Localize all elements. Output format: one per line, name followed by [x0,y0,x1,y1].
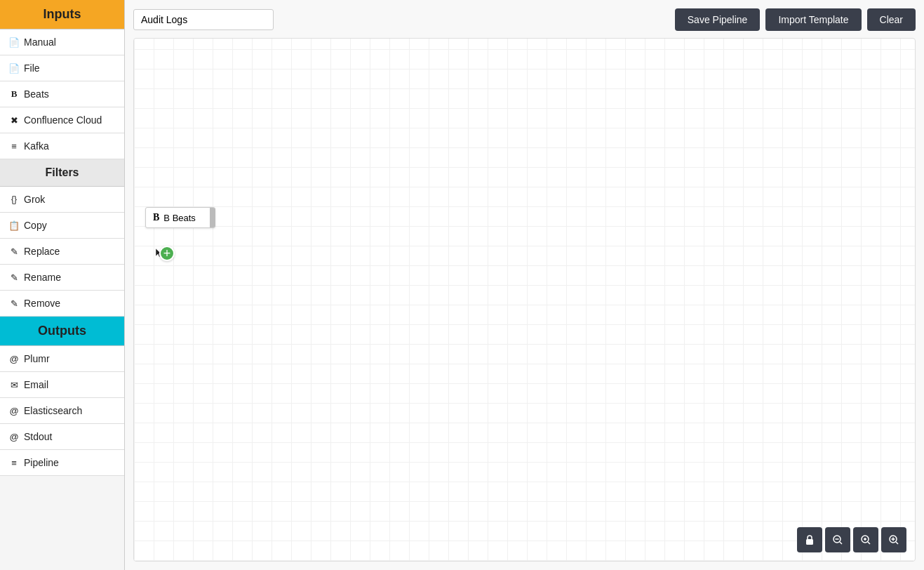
add-node-button[interactable]: + [159,246,175,261]
sidebar-item-manual-label: Manual [24,37,56,48]
outputs-header: Outputs [0,317,124,346]
elasticsearch-icon: @ [8,406,20,416]
pipeline-name-input[interactable] [133,9,274,30]
replace-icon: ✎ [8,246,20,257]
plumr-icon: @ [8,354,20,364]
sidebar-item-grok[interactable]: {} Grok [0,187,124,213]
sidebar-item-confluence[interactable]: ✖ Confluence Cloud [0,107,124,133]
lock-icon [804,534,815,545]
import-template-button[interactable]: Import Template [765,8,861,31]
sidebar-item-plumr-label: Plumr [24,353,50,364]
sidebar-item-manual[interactable]: 📄 Manual [0,29,124,55]
sidebar-item-pipeline[interactable]: ≡ Pipeline [0,450,124,476]
remove-icon: ✎ [8,298,20,309]
sidebar-item-copy[interactable]: 📋 Copy [0,213,124,239]
beats-node-label: B Beats [163,213,196,223]
sidebar-item-replace[interactable]: ✎ Replace [0,239,124,265]
sidebar-item-replace-label: Replace [24,246,60,257]
sidebar-item-stdout[interactable]: @ Stdout [0,424,124,450]
sidebar-item-rename-label: Rename [24,272,61,283]
zoom-in-button[interactable] [881,527,906,552]
sidebar-item-plumr[interactable]: @ Plumr [0,346,124,372]
zoom-out-button[interactable] [825,527,850,552]
zoom-in-icon [888,534,899,545]
lock-button[interactable] [797,527,822,552]
svg-rect-0 [806,539,813,545]
sidebar-item-pipeline-label: Pipeline [24,457,59,468]
save-pipeline-button[interactable]: Save Pipeline [675,8,761,31]
sidebar-item-grok-label: Grok [24,194,45,205]
sidebar-item-file[interactable]: 📄 File [0,55,124,81]
stdout-icon: @ [8,432,20,442]
sidebar: Inputs 📄 Manual 📄 File B Beats ✖ Conflue… [0,0,125,570]
grok-icon: {} [8,194,20,204]
zoom-out-icon [832,534,843,545]
sidebar-item-email-label: Email [24,379,48,390]
clear-button[interactable]: Clear [867,8,916,31]
sidebar-item-stdout-label: Stdout [24,431,52,442]
confluence-icon: ✖ [8,115,20,126]
sidebar-item-remove-label: Remove [24,298,60,309]
sidebar-item-confluence-label: Confluence Cloud [24,114,102,126]
sidebar-item-beats-label: Beats [24,88,49,100]
pipeline-icon: ≡ [8,458,20,468]
sidebar-item-rename[interactable]: ✎ Rename [0,265,124,291]
sidebar-item-elasticsearch-label: Elasticsearch [24,405,82,416]
beats-node-drag-handle[interactable] [210,208,215,227]
sidebar-item-file-label: File [24,62,40,74]
main-area: Save Pipeline Import Template Clear B B … [125,0,924,570]
sidebar-item-copy-label: Copy [24,220,47,231]
zoom-reset-icon [860,534,871,545]
canvas-toolbar [797,527,906,552]
inputs-header: Inputs [0,0,124,29]
rename-icon: ✎ [8,272,20,283]
svg-line-5 [868,542,870,544]
email-icon: ✉ [8,380,20,390]
beats-node-b-icon: B [153,212,159,223]
kafka-icon: ≡ [8,141,20,152]
beats-node[interactable]: B B Beats [145,207,215,228]
sidebar-item-beats[interactable]: B Beats [0,81,124,107]
beats-icon: B [8,88,20,100]
manual-icon: 📄 [8,37,20,48]
svg-line-3 [840,542,842,544]
filters-header: Filters [0,159,124,187]
canvas-area[interactable]: B B Beats + [133,38,916,562]
sidebar-item-kafka-label: Kafka [24,140,49,152]
sidebar-item-elasticsearch[interactable]: @ Elasticsearch [0,398,124,424]
sidebar-item-kafka[interactable]: ≡ Kafka [0,133,124,159]
zoom-reset-button[interactable] [853,527,878,552]
top-bar: Save Pipeline Import Template Clear [133,8,916,31]
svg-line-11 [896,542,898,544]
sidebar-item-email[interactable]: ✉ Email [0,372,124,398]
copy-icon: 📋 [8,220,20,231]
file-icon: 📄 [8,63,20,74]
sidebar-item-remove[interactable]: ✎ Remove [0,291,124,317]
